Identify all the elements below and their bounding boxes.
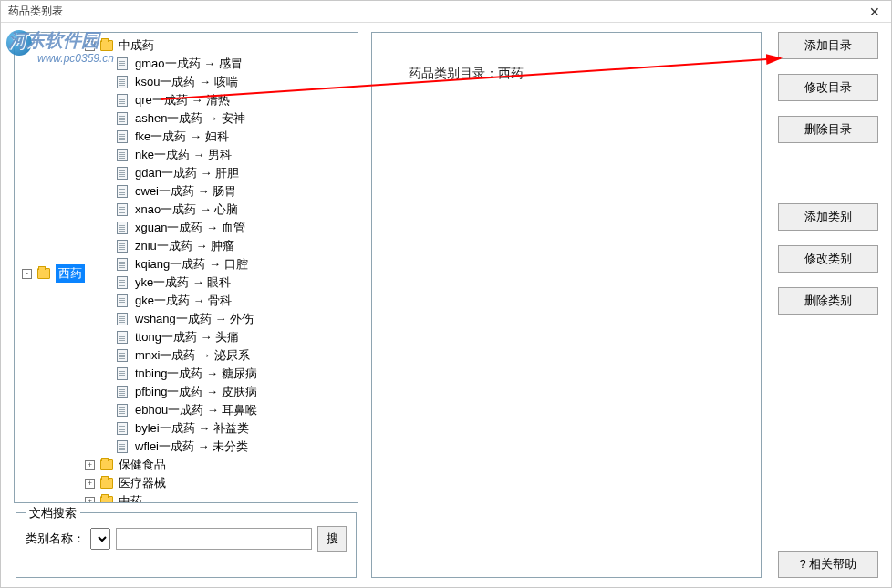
tree-leaf-label: ebhou一成药 → 耳鼻喉: [135, 401, 257, 419]
tree-leaf-label: pfbing一成药 → 皮肤病: [135, 383, 257, 401]
document-icon: [117, 331, 128, 344]
window-title: 药品类别表: [8, 4, 63, 19]
tree-leaf[interactable]: wflei一成药 → 未分类: [101, 438, 257, 456]
document-icon: [117, 57, 128, 70]
tree-leaf-label: gmao一成药 → 感冒: [135, 55, 243, 73]
search-button[interactable]: 搜: [317, 526, 347, 552]
document-icon: [117, 349, 128, 362]
document-icon: [117, 240, 128, 253]
tree-leaf[interactable]: ttong一成药 → 头痛: [101, 328, 257, 346]
document-icon: [117, 404, 128, 417]
tree-leaf[interactable]: zniu一成药 → 肿瘤: [101, 237, 257, 255]
modify-directory-button[interactable]: 修改目录: [778, 74, 878, 101]
tree-leaf-label: bylei一成药 → 补益类: [135, 419, 249, 438]
document-icon: [117, 130, 128, 143]
collapse-icon[interactable]: -: [85, 41, 95, 51]
help-button[interactable]: ? 相关帮助: [778, 551, 878, 578]
document-icon: [117, 112, 128, 125]
tree-leaf-label: xnao一成药 → 心脑: [135, 201, 238, 219]
tree-leaf[interactable]: bylei一成药 → 补益类: [101, 419, 257, 438]
tree-leaf[interactable]: kqiang一成药 → 口腔: [101, 255, 257, 273]
search-legend: 文档搜索: [26, 505, 80, 521]
document-icon: [117, 76, 128, 88]
category-tree[interactable]: - 西药 - 中成药: [20, 36, 352, 503]
tree-leaf-label: qre一成药 → 清热: [135, 91, 230, 109]
tree-leaf-label: ttong一成药 → 头痛: [135, 328, 239, 346]
tree-leaf[interactable]: mnxi一成药 → 泌尿系: [101, 346, 257, 365]
add-category-button[interactable]: 添加类别: [778, 203, 878, 231]
tree-leaf-label: fke一成药 → 妇科: [135, 128, 229, 146]
tree-leaf[interactable]: xguan一成药 → 血管: [101, 219, 257, 237]
tree-leaf[interactable]: xnao一成药 → 心脑: [101, 201, 257, 219]
document-icon: [117, 367, 128, 380]
watermark-globe-icon: [6, 30, 32, 56]
tree-leaf-label: ashen一成药 → 安神: [135, 109, 245, 128]
tree-leaf[interactable]: qre一成药 → 清热: [101, 91, 257, 109]
tree-leaf-label: cwei一成药 → 肠胃: [135, 182, 236, 201]
expand-icon[interactable]: +: [85, 460, 95, 470]
tree-leaf[interactable]: gdan一成药 → 肝胆: [101, 164, 257, 182]
document-icon: [117, 203, 128, 216]
add-directory-button[interactable]: 添加目录: [778, 32, 878, 59]
collapse-icon[interactable]: -: [22, 269, 32, 279]
tree-leaf-label: wshang一成药 → 外伤: [135, 310, 254, 328]
tree-leaf[interactable]: gmao一成药 → 感冒: [101, 55, 257, 73]
tree-folder-baojian[interactable]: 保健食品: [119, 456, 166, 474]
tree-leaf[interactable]: pfbing一成药 → 皮肤病: [101, 383, 257, 401]
tree-leaf[interactable]: gke一成药 → 骨科: [101, 292, 257, 310]
folder-icon: [100, 496, 113, 503]
tree-leaf-label: nke一成药 → 男科: [135, 146, 232, 164]
search-input[interactable]: [116, 528, 312, 550]
tree-leaf[interactable]: cwei一成药 → 肠胃: [101, 182, 257, 201]
search-label: 类别名称：: [26, 531, 85, 547]
search-type-select[interactable]: [90, 528, 110, 550]
delete-category-button[interactable]: 删除类别: [778, 287, 878, 315]
document-icon: [117, 167, 128, 180]
tree-leaf[interactable]: nke一成药 → 男科: [101, 146, 257, 164]
tree-folder-zhongyao[interactable]: 中药: [119, 492, 142, 503]
document-icon: [117, 276, 128, 289]
document-icon: [117, 386, 128, 398]
modify-category-button[interactable]: 修改类别: [778, 245, 878, 273]
tree-leaf-label: ksou一成药 → 咳喘: [135, 73, 238, 91]
document-icon: [117, 94, 128, 107]
document-icon: [117, 440, 128, 453]
folder-icon: [100, 459, 113, 470]
tree-leaf[interactable]: ksou一成药 → 咳喘: [101, 73, 257, 91]
tree-leaf-label: gke一成药 → 骨科: [135, 292, 232, 310]
close-icon[interactable]: ✕: [862, 3, 887, 21]
document-icon: [117, 149, 128, 161]
tree-leaf[interactable]: yke一成药 → 眼科: [101, 273, 257, 292]
tree-leaf[interactable]: tnbing一成药 → 糖尿病: [101, 365, 257, 383]
expand-icon[interactable]: +: [85, 497, 95, 504]
folder-icon: [37, 268, 50, 279]
tree-leaf[interactable]: ashen一成药 → 安神: [101, 109, 257, 128]
tree-leaf-label: xguan一成药 → 血管: [135, 219, 245, 237]
document-icon: [117, 313, 128, 325]
tree-leaf-label: tnbing一成药 → 糖尿病: [135, 365, 257, 383]
action-buttons: 添加目录 修改目录 删除目录 添加类别 修改类别 删除类别 ? 相关帮助: [778, 32, 878, 578]
info-panel: 药品类别目录：西药: [371, 32, 762, 578]
document-icon: [117, 422, 128, 435]
delete-directory-button[interactable]: 删除目录: [778, 116, 878, 143]
tree-folder-zhongchengyao[interactable]: 中成药: [119, 36, 154, 55]
tree-leaf-label: gdan一成药 → 肝胆: [135, 164, 239, 182]
document-icon: [117, 185, 128, 198]
tree-leaf-label: wflei一成药 → 未分类: [135, 438, 248, 456]
document-icon: [117, 258, 128, 271]
tree-leaf-label: mnxi一成药 → 泌尿系: [135, 346, 250, 365]
tree-leaf-label: kqiang一成药 → 口腔: [135, 255, 248, 273]
tree-folder-yiliao[interactable]: 医疗器械: [119, 474, 166, 492]
tree-leaf[interactable]: ebhou一成药 → 耳鼻喉: [101, 401, 257, 419]
tree-leaf[interactable]: wshang一成药 → 外伤: [101, 310, 257, 328]
tree-leaf[interactable]: fke一成药 → 妇科: [101, 128, 257, 146]
info-heading: 药品类别目录：西药: [409, 66, 724, 82]
document-icon: [117, 222, 128, 234]
document-icon: [117, 294, 128, 307]
folder-icon: [100, 40, 113, 51]
category-tree-panel: - 西药 - 中成药: [14, 32, 358, 503]
expand-icon[interactable]: +: [85, 479, 95, 489]
search-group: 文档搜索 类别名称： 搜: [16, 512, 357, 578]
titlebar: 药品类别表 ✕: [1, 1, 891, 23]
tree-root-selected[interactable]: 西药: [56, 264, 85, 283]
